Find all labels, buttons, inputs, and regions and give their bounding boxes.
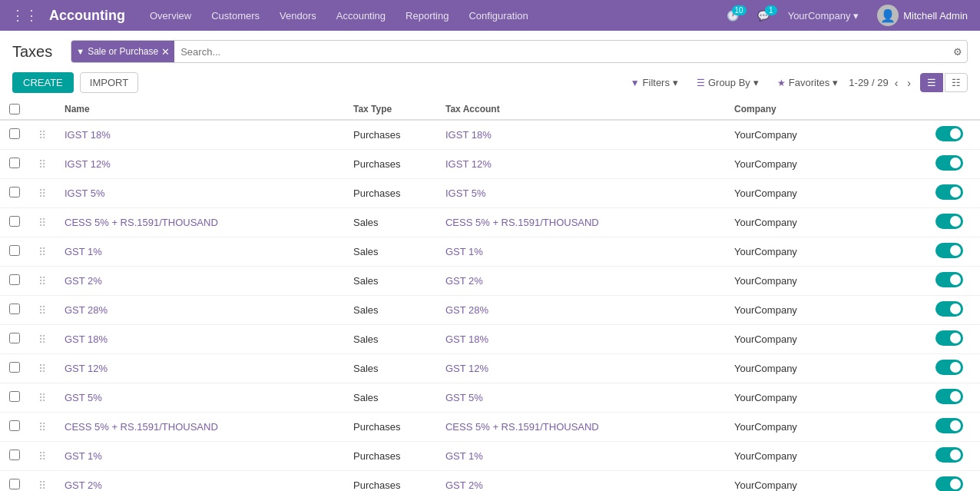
- tax-name-link[interactable]: GST 1%: [65, 450, 102, 462]
- active-toggle[interactable]: [935, 360, 963, 375]
- table-row: ⠿ IGST 18% Purchases IGST 18% YourCompan…: [0, 120, 980, 150]
- row-drag-handle[interactable]: ⠿: [29, 354, 55, 383]
- tax-name-link[interactable]: IGST 12%: [65, 158, 111, 170]
- active-toggle[interactable]: [935, 214, 963, 229]
- row-drag-handle[interactable]: ⠿: [29, 267, 55, 296]
- notifications-button[interactable]: 🕐 10: [720, 7, 745, 25]
- row-drag-handle[interactable]: ⠿: [29, 471, 55, 492]
- search-input[interactable]: [174, 41, 949, 62]
- th-tax-account[interactable]: Tax Account: [436, 99, 725, 120]
- row-drag-handle[interactable]: ⠿: [29, 150, 55, 179]
- messages-button[interactable]: 💬 1: [751, 7, 776, 25]
- row-drag-handle[interactable]: ⠿: [29, 383, 55, 413]
- tax-name-link[interactable]: GST 5%: [65, 392, 102, 403]
- row-drag-handle[interactable]: ⠿: [29, 208, 55, 237]
- apps-grid-icon[interactable]: ⋮⋮: [6, 4, 43, 27]
- row-checkbox[interactable]: [9, 245, 20, 256]
- create-button[interactable]: CREATE: [12, 72, 74, 93]
- nav-vendors[interactable]: Vendors: [270, 5, 326, 26]
- tax-account-link[interactable]: GST 28%: [445, 304, 488, 316]
- favorites-button[interactable]: ★ Favorites ▾: [773, 74, 843, 91]
- tax-account-link[interactable]: GST 2%: [445, 275, 483, 287]
- active-toggle[interactable]: [935, 126, 963, 141]
- list-view-button[interactable]: ☰: [920, 73, 943, 92]
- tax-name-link[interactable]: GST 2%: [65, 275, 102, 287]
- nav-configuration[interactable]: Configuration: [459, 5, 537, 26]
- active-toggle[interactable]: [935, 155, 963, 171]
- grid-view-button[interactable]: ☷: [945, 73, 968, 92]
- tax-name-link[interactable]: IGST 5%: [65, 187, 105, 199]
- tax-account-link[interactable]: CESS 5% + RS.1591/THOUSAND: [445, 217, 599, 228]
- active-toggle[interactable]: [935, 330, 963, 346]
- tax-account-link[interactable]: IGST 18%: [445, 129, 492, 141]
- tax-account-link[interactable]: GST 2%: [445, 479, 483, 491]
- th-type[interactable]: Tax Type: [344, 99, 436, 120]
- brand-title[interactable]: Accounting: [46, 8, 134, 24]
- active-toggle[interactable]: [935, 476, 963, 491]
- active-toggle[interactable]: [935, 243, 963, 258]
- row-drag-handle[interactable]: ⠿: [29, 325, 55, 354]
- th-name[interactable]: Name: [55, 99, 344, 120]
- search-settings-icon[interactable]: ⚙: [949, 46, 967, 58]
- row-checkbox-cell: [0, 208, 29, 237]
- toggle-slider: [935, 184, 963, 200]
- row-checkbox[interactable]: [9, 187, 20, 197]
- row-checkbox[interactable]: [9, 304, 20, 314]
- row-checkbox[interactable]: [9, 420, 20, 431]
- row-drag-handle[interactable]: ⠿: [29, 296, 55, 325]
- nav-overview[interactable]: Overview: [141, 5, 200, 26]
- row-name: IGST 5%: [55, 179, 344, 208]
- tax-name-link[interactable]: GST 28%: [65, 304, 108, 316]
- row-checkbox[interactable]: [9, 128, 20, 139]
- tax-name-link[interactable]: CESS 5% + RS.1591/THOUSAND: [65, 421, 218, 433]
- tax-name-link[interactable]: GST 12%: [65, 363, 108, 374]
- nav-reporting[interactable]: Reporting: [396, 5, 458, 26]
- row-checkbox[interactable]: [9, 216, 20, 227]
- tax-name-link[interactable]: GST 1%: [65, 246, 102, 257]
- row-checkbox[interactable]: [9, 391, 20, 402]
- row-checkbox[interactable]: [9, 450, 20, 460]
- filters-button[interactable]: ▼ Filters ▾: [626, 74, 683, 91]
- row-tax-account: GST 12%: [436, 354, 725, 383]
- tax-account-link[interactable]: IGST 5%: [445, 187, 486, 199]
- drag-icon: ⠿: [38, 187, 46, 200]
- row-drag-handle[interactable]: ⠿: [29, 237, 55, 267]
- tax-name-link[interactable]: GST 18%: [65, 333, 108, 345]
- tax-account-link[interactable]: IGST 12%: [445, 158, 492, 170]
- remove-filter-button[interactable]: ✕: [161, 47, 170, 57]
- tax-account-link[interactable]: GST 1%: [445, 246, 483, 257]
- next-page-button[interactable]: ›: [904, 75, 914, 91]
- import-button[interactable]: IMPORT: [80, 72, 138, 93]
- tax-name-link[interactable]: GST 2%: [65, 479, 102, 491]
- tax-account-link[interactable]: GST 5%: [445, 392, 483, 403]
- company-selector[interactable]: YourCompany ▾: [782, 7, 866, 25]
- row-drag-handle[interactable]: ⠿: [29, 413, 55, 442]
- active-toggle[interactable]: [935, 418, 963, 433]
- row-drag-handle[interactable]: ⠿: [29, 120, 55, 150]
- tax-account-link[interactable]: GST 1%: [445, 450, 483, 462]
- active-toggle[interactable]: [935, 447, 963, 463]
- th-company[interactable]: Company: [725, 99, 919, 120]
- row-checkbox[interactable]: [9, 479, 20, 489]
- active-toggle[interactable]: [935, 301, 963, 317]
- prev-page-button[interactable]: ‹: [892, 75, 902, 91]
- tax-name-link[interactable]: CESS 5% + RS.1591/THOUSAND: [65, 217, 218, 228]
- groupby-button[interactable]: ☰ Group By ▾: [692, 74, 763, 91]
- row-checkbox[interactable]: [9, 158, 20, 168]
- active-toggle[interactable]: [935, 184, 963, 200]
- tax-account-link[interactable]: GST 18%: [445, 333, 488, 345]
- nav-customers[interactable]: Customers: [202, 5, 269, 26]
- row-checkbox[interactable]: [9, 274, 20, 285]
- active-toggle[interactable]: [935, 389, 963, 404]
- active-toggle[interactable]: [935, 272, 963, 287]
- row-checkbox[interactable]: [9, 362, 20, 373]
- tax-name-link[interactable]: IGST 18%: [65, 129, 111, 141]
- nav-accounting[interactable]: Accounting: [327, 5, 395, 26]
- row-checkbox[interactable]: [9, 333, 20, 343]
- row-drag-handle[interactable]: ⠿: [29, 179, 55, 208]
- tax-account-link[interactable]: CESS 5% + RS.1591/THOUSAND: [445, 421, 599, 433]
- tax-account-link[interactable]: GST 12%: [445, 363, 488, 374]
- row-drag-handle[interactable]: ⠿: [29, 442, 55, 471]
- user-menu[interactable]: 👤 Mitchell Admin: [871, 2, 974, 29]
- select-all-checkbox[interactable]: [9, 104, 20, 114]
